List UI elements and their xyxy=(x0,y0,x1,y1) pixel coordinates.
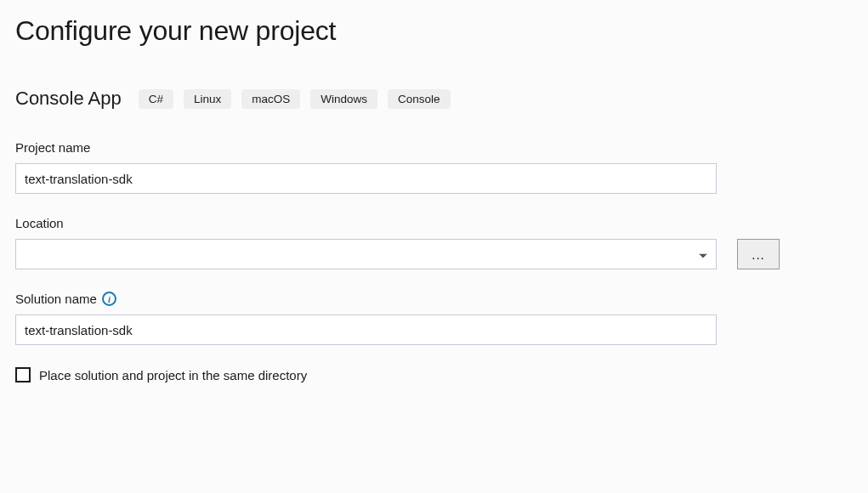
chevron-down-icon xyxy=(699,247,707,262)
same-directory-label: Place solution and project in the same d… xyxy=(39,368,307,382)
solution-name-label: Solution name xyxy=(15,292,97,306)
template-tag: Console xyxy=(388,89,451,109)
location-label: Location xyxy=(15,216,64,230)
template-tag: Windows xyxy=(310,89,377,109)
template-tag: C# xyxy=(139,89,173,109)
template-header: Console App C# Linux macOS Windows Conso… xyxy=(15,88,853,110)
template-tag: macOS xyxy=(241,89,300,109)
browse-button[interactable]: ... xyxy=(737,239,780,269)
template-name: Console App xyxy=(15,88,122,110)
same-directory-checkbox[interactable] xyxy=(15,367,31,382)
solution-name-input[interactable] xyxy=(15,314,717,345)
project-name-label: Project name xyxy=(15,140,90,155)
project-name-input[interactable] xyxy=(15,163,717,194)
info-icon[interactable]: i xyxy=(102,292,116,306)
location-combobox[interactable] xyxy=(15,239,717,269)
page-title: Configure your new project xyxy=(15,15,853,47)
template-tag: Linux xyxy=(184,89,231,109)
